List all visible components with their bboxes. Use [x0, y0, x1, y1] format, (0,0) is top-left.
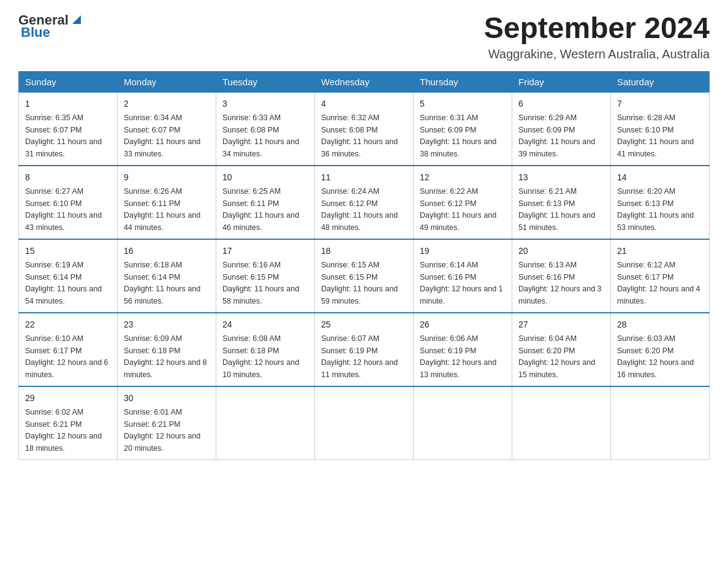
day-info: Sunrise: 6:16 AMSunset: 6:15 PMDaylight:…: [222, 261, 299, 305]
calendar-week-row: 22 Sunrise: 6:10 AMSunset: 6:17 PMDaylig…: [19, 313, 710, 386]
day-info: Sunrise: 6:09 AMSunset: 6:18 PMDaylight:…: [124, 334, 207, 379]
day-number: 5: [420, 98, 506, 110]
day-info: Sunrise: 6:08 AMSunset: 6:18 PMDaylight:…: [222, 334, 299, 379]
day-number: 14: [617, 171, 703, 184]
calendar-day-cell: 14 Sunrise: 6:20 AMSunset: 6:13 PMDaylig…: [611, 166, 710, 239]
day-info: Sunrise: 6:10 AMSunset: 6:17 PMDaylight:…: [25, 334, 108, 379]
day-info: Sunrise: 6:21 AMSunset: 6:13 PMDaylight:…: [518, 187, 595, 232]
calendar-day-cell: 19 Sunrise: 6:14 AMSunset: 6:16 PMDaylig…: [414, 239, 512, 313]
calendar-day-cell: 13 Sunrise: 6:21 AMSunset: 6:13 PMDaylig…: [512, 166, 611, 239]
day-info: Sunrise: 6:20 AMSunset: 6:13 PMDaylight:…: [617, 187, 694, 232]
day-info: Sunrise: 6:22 AMSunset: 6:12 PMDaylight:…: [420, 187, 496, 232]
calendar-day-cell: 17 Sunrise: 6:16 AMSunset: 6:15 PMDaylig…: [216, 239, 315, 313]
day-number: 13: [518, 171, 604, 184]
day-number: 7: [617, 98, 703, 110]
calendar-day-cell: 26 Sunrise: 6:06 AMSunset: 6:19 PMDaylig…: [414, 313, 512, 386]
calendar-day-cell: 10 Sunrise: 6:25 AMSunset: 6:11 PMDaylig…: [216, 166, 315, 239]
day-info: Sunrise: 6:31 AMSunset: 6:09 PMDaylight:…: [420, 113, 496, 158]
calendar-day-cell: 25 Sunrise: 6:07 AMSunset: 6:19 PMDaylig…: [315, 313, 414, 386]
calendar-week-row: 8 Sunrise: 6:27 AMSunset: 6:10 PMDayligh…: [19, 166, 710, 239]
day-number: 15: [25, 245, 111, 258]
day-number: 16: [124, 245, 210, 258]
day-info: Sunrise: 6:06 AMSunset: 6:19 PMDaylight:…: [420, 334, 496, 379]
day-info: Sunrise: 6:07 AMSunset: 6:19 PMDaylight:…: [321, 334, 398, 379]
day-number: 6: [518, 98, 604, 110]
day-number: 18: [321, 245, 407, 258]
day-number: 1: [25, 98, 111, 110]
calendar-day-cell: 16 Sunrise: 6:18 AMSunset: 6:14 PMDaylig…: [118, 239, 216, 313]
calendar-table: Sunday Monday Tuesday Wednesday Thursday…: [18, 71, 710, 460]
logo-blue-text: Blue: [21, 25, 50, 40]
calendar-day-cell: 24 Sunrise: 6:08 AMSunset: 6:18 PMDaylig…: [216, 313, 315, 386]
calendar-day-cell: 1 Sunrise: 6:35 AMSunset: 6:07 PMDayligh…: [19, 92, 118, 166]
day-number: 19: [420, 245, 506, 258]
location-subtitle: Waggrakine, Western Australia, Australia: [484, 47, 710, 61]
header-wednesday: Wednesday: [315, 71, 414, 92]
calendar-day-cell: 12 Sunrise: 6:22 AMSunset: 6:12 PMDaylig…: [414, 166, 512, 239]
day-info: Sunrise: 6:03 AMSunset: 6:20 PMDaylight:…: [617, 334, 694, 379]
calendar-day-cell: 30 Sunrise: 6:01 AMSunset: 6:21 PMDaylig…: [118, 386, 216, 460]
calendar-day-cell: 9 Sunrise: 6:26 AMSunset: 6:11 PMDayligh…: [118, 166, 216, 239]
day-number: 2: [124, 98, 210, 110]
day-number: 12: [420, 171, 506, 184]
day-info: Sunrise: 6:28 AMSunset: 6:10 PMDaylight:…: [617, 113, 694, 158]
day-info: Sunrise: 6:19 AMSunset: 6:14 PMDaylight:…: [25, 261, 102, 305]
calendar-day-cell: 6 Sunrise: 6:29 AMSunset: 6:09 PMDayligh…: [512, 92, 611, 166]
day-info: Sunrise: 6:27 AMSunset: 6:10 PMDaylight:…: [25, 187, 102, 232]
day-info: Sunrise: 6:26 AMSunset: 6:11 PMDaylight:…: [124, 187, 200, 232]
day-info: Sunrise: 6:02 AMSunset: 6:21 PMDaylight:…: [25, 408, 102, 453]
calendar-day-cell: 29 Sunrise: 6:02 AMSunset: 6:21 PMDaylig…: [19, 386, 118, 460]
calendar-day-cell: 4 Sunrise: 6:32 AMSunset: 6:08 PMDayligh…: [315, 92, 414, 166]
day-number: 30: [124, 392, 210, 405]
weekday-header-row: Sunday Monday Tuesday Wednesday Thursday…: [19, 71, 710, 92]
calendar-day-cell: [414, 386, 512, 460]
calendar-day-cell: 22 Sunrise: 6:10 AMSunset: 6:17 PMDaylig…: [19, 313, 118, 386]
calendar-week-row: 1 Sunrise: 6:35 AMSunset: 6:07 PMDayligh…: [19, 92, 710, 166]
day-info: Sunrise: 6:32 AMSunset: 6:08 PMDaylight:…: [321, 113, 398, 158]
day-number: 17: [222, 245, 308, 258]
page-header: General Blue September 2024 Waggrakine, …: [18, 12, 710, 61]
day-info: Sunrise: 6:33 AMSunset: 6:08 PMDaylight:…: [222, 113, 299, 158]
day-number: 24: [222, 318, 308, 331]
day-number: 21: [617, 245, 703, 258]
day-number: 28: [617, 318, 703, 331]
title-area: September 2024 Waggrakine, Western Austr…: [484, 12, 710, 61]
day-number: 25: [321, 318, 407, 331]
calendar-day-cell: 18 Sunrise: 6:15 AMSunset: 6:15 PMDaylig…: [315, 239, 414, 313]
header-thursday: Thursday: [414, 71, 512, 92]
day-number: 20: [518, 245, 604, 258]
day-info: Sunrise: 6:15 AMSunset: 6:15 PMDaylight:…: [321, 261, 398, 305]
header-tuesday: Tuesday: [216, 71, 315, 92]
calendar-day-cell: 5 Sunrise: 6:31 AMSunset: 6:09 PMDayligh…: [414, 92, 512, 166]
day-info: Sunrise: 6:14 AMSunset: 6:16 PMDaylight:…: [420, 261, 503, 305]
day-number: 4: [321, 98, 407, 110]
logo: General Blue: [18, 12, 83, 40]
day-info: Sunrise: 6:24 AMSunset: 6:12 PMDaylight:…: [321, 187, 398, 232]
day-number: 29: [25, 392, 111, 405]
day-info: Sunrise: 6:35 AMSunset: 6:07 PMDaylight:…: [25, 113, 102, 158]
calendar-week-row: 15 Sunrise: 6:19 AMSunset: 6:14 PMDaylig…: [19, 239, 710, 313]
day-info: Sunrise: 6:29 AMSunset: 6:09 PMDaylight:…: [518, 113, 595, 158]
day-info: Sunrise: 6:18 AMSunset: 6:14 PMDaylight:…: [124, 261, 200, 305]
calendar-day-cell: 21 Sunrise: 6:12 AMSunset: 6:17 PMDaylig…: [611, 239, 710, 313]
day-info: Sunrise: 6:12 AMSunset: 6:17 PMDaylight:…: [617, 261, 700, 305]
day-info: Sunrise: 6:13 AMSunset: 6:16 PMDaylight:…: [518, 261, 602, 305]
calendar-day-cell: [611, 386, 710, 460]
calendar-day-cell: [315, 386, 414, 460]
day-number: 27: [518, 318, 604, 331]
header-monday: Monday: [118, 71, 216, 92]
month-title: September 2024: [484, 12, 710, 45]
day-number: 3: [222, 98, 308, 110]
calendar-day-cell: [512, 386, 611, 460]
calendar-day-cell: 2 Sunrise: 6:34 AMSunset: 6:07 PMDayligh…: [118, 92, 216, 166]
logo-icon: [70, 13, 83, 26]
day-number: 26: [420, 318, 506, 331]
calendar-day-cell: 20 Sunrise: 6:13 AMSunset: 6:16 PMDaylig…: [512, 239, 611, 313]
day-number: 10: [222, 171, 308, 184]
calendar-day-cell: 23 Sunrise: 6:09 AMSunset: 6:18 PMDaylig…: [118, 313, 216, 386]
day-info: Sunrise: 6:34 AMSunset: 6:07 PMDaylight:…: [124, 113, 200, 158]
day-info: Sunrise: 6:04 AMSunset: 6:20 PMDaylight:…: [518, 334, 595, 379]
calendar-week-row: 29 Sunrise: 6:02 AMSunset: 6:21 PMDaylig…: [19, 386, 710, 460]
calendar-day-cell: 3 Sunrise: 6:33 AMSunset: 6:08 PMDayligh…: [216, 92, 315, 166]
calendar-day-cell: [216, 386, 315, 460]
